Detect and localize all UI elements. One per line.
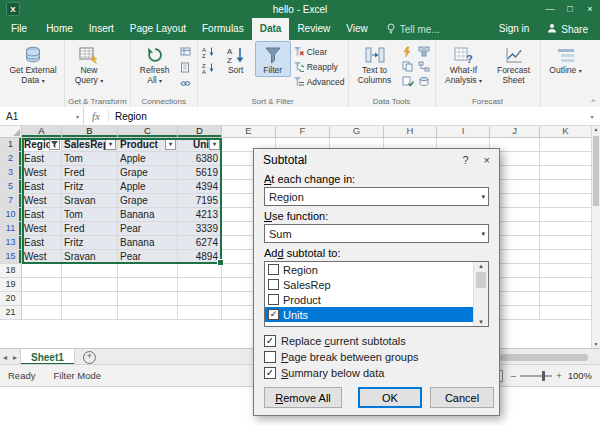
cell-k13[interactable]	[540, 236, 592, 250]
cell-b1[interactable]: SalesRep▾	[62, 138, 118, 152]
tab-insert[interactable]: Insert	[81, 18, 122, 40]
cell-c2[interactable]: Apple	[118, 152, 178, 166]
cell-c15[interactable]: Pear	[118, 250, 178, 264]
row-header-2[interactable]: 2	[0, 152, 22, 166]
checkbox-replace-current-subtotals[interactable]: ✓	[264, 335, 276, 347]
cell-b2[interactable]: Tom	[62, 152, 118, 166]
column-header-h[interactable]: H	[384, 125, 437, 138]
fx-icon[interactable]: fx	[84, 110, 109, 122]
cell-k10[interactable]	[540, 208, 592, 222]
scroll-up-icon[interactable]: ▲	[474, 263, 488, 269]
zoom-slider[interactable]	[520, 375, 552, 377]
new-sheet-button[interactable]: +	[83, 351, 96, 364]
sheet-nav-left-icon[interactable]: ◂	[0, 353, 10, 362]
cell-a19[interactable]	[22, 278, 62, 292]
cell-a13[interactable]: East	[22, 236, 62, 250]
sheet-nav-right-icon[interactable]: ▸	[10, 353, 20, 362]
row-header-10[interactable]: 10	[0, 208, 22, 222]
consolidate-button[interactable]	[416, 44, 432, 59]
zoom-slider-thumb[interactable]	[542, 371, 545, 381]
horizontal-scrollbar[interactable]	[500, 354, 588, 361]
checkbox-units[interactable]: ✓	[268, 309, 279, 320]
relationships-button[interactable]	[416, 59, 432, 74]
remove-all-button[interactable]: Remove All	[264, 387, 342, 408]
listbox-item-region[interactable]: Region	[265, 262, 474, 277]
column-header-b[interactable]: B	[62, 125, 118, 138]
tab-data[interactable]: Data	[252, 18, 290, 40]
cell-b11[interactable]: Fred	[62, 222, 118, 236]
connections-button[interactable]	[178, 44, 194, 59]
row-header-3[interactable]: 3	[0, 166, 22, 180]
cell-a20[interactable]	[22, 292, 62, 306]
option-replace-current-subtotals[interactable]: ✓Replace current subtotals	[264, 335, 489, 347]
cell-d18[interactable]	[178, 264, 222, 278]
cell-k3[interactable]	[540, 166, 592, 180]
cell-c21[interactable]	[118, 306, 178, 320]
row-header-15[interactable]: 15	[0, 250, 22, 264]
sheet-tab-sheet1[interactable]: Sheet1	[20, 349, 75, 365]
cell-d20[interactable]	[178, 292, 222, 306]
filter-dropdown-salesrep[interactable]: ▾	[105, 139, 116, 150]
remove-duplicates-button[interactable]	[400, 59, 416, 74]
cell-d7[interactable]: 7195	[178, 194, 222, 208]
zoom-out-button[interactable]: –	[511, 370, 516, 381]
cell-k7[interactable]	[540, 194, 592, 208]
formula-bar-expand-icon[interactable]: ▾	[584, 113, 600, 120]
cell-b20[interactable]	[62, 292, 118, 306]
zoom-level[interactable]: 100%	[568, 370, 592, 381]
chevron-down-icon[interactable]: ▾	[481, 193, 485, 201]
row-header-18[interactable]: 18	[0, 264, 22, 278]
row-header-1[interactable]: 1	[0, 138, 22, 152]
cell-k20[interactable]	[540, 292, 592, 306]
zoom-in-button[interactable]: +	[556, 370, 562, 381]
outline-button[interactable]: Outline ▾	[544, 41, 588, 77]
cell-a21[interactable]	[22, 306, 62, 320]
help-icon[interactable]: ?	[462, 154, 468, 166]
cell-a10[interactable]: East	[22, 208, 62, 222]
column-header-d[interactable]: D	[178, 125, 222, 138]
tab-file[interactable]: File	[0, 18, 38, 40]
sort-az-button[interactable]: AZ	[201, 44, 217, 59]
dialog-close-icon[interactable]: ×	[484, 154, 490, 166]
cell-b21[interactable]	[62, 306, 118, 320]
row-header-13[interactable]: 13	[0, 236, 22, 250]
row-header-19[interactable]: 19	[0, 278, 22, 292]
option-summary-below-data[interactable]: ✓Summary below data	[264, 367, 489, 379]
column-header-f[interactable]: F	[276, 125, 330, 138]
get-external-data-button[interactable]: Get External Data ▾	[5, 41, 61, 86]
row-header-20[interactable]: 20	[0, 292, 22, 306]
subtotal-listbox[interactable]: RegionSalesRepProduct✓Units ▲ ▼	[264, 261, 489, 327]
cell-k15[interactable]	[540, 250, 592, 264]
cell-b13[interactable]: Fritz	[62, 236, 118, 250]
sign-in-button[interactable]: Sign in	[489, 18, 540, 40]
cell-d11[interactable]: 3339	[178, 222, 222, 236]
cell-a7[interactable]: West	[22, 194, 62, 208]
at-each-change-combobox[interactable]: Region ▾	[264, 187, 489, 206]
cell-b7[interactable]: Sravan	[62, 194, 118, 208]
checkbox-product[interactable]	[268, 294, 279, 305]
close-button[interactable]: ×	[580, 4, 600, 14]
column-header-g[interactable]: G	[330, 125, 384, 138]
cell-k1[interactable]	[540, 138, 592, 152]
filter-dropdown-units[interactable]: ▾	[209, 139, 220, 150]
cell-c3[interactable]: Grape	[118, 166, 178, 180]
listbox-item-product[interactable]: Product	[265, 292, 474, 307]
refresh-all-button[interactable]: Refresh All ▾	[134, 41, 176, 86]
row-header-11[interactable]: 11	[0, 222, 22, 236]
column-header-i[interactable]: I	[437, 125, 490, 138]
what-if-analysis-button[interactable]: ? What-If Analysis ▾	[439, 41, 489, 86]
properties-button[interactable]	[178, 60, 194, 75]
tab-review[interactable]: Review	[289, 18, 338, 40]
cell-c13[interactable]: Banana	[118, 236, 178, 250]
cell-k2[interactable]	[540, 152, 592, 166]
scroll-up-icon[interactable]: ▲	[592, 126, 600, 132]
name-box[interactable]: A1 ▾	[0, 107, 84, 125]
column-header-k[interactable]: K	[540, 125, 592, 138]
cell-a3[interactable]: West	[22, 166, 62, 180]
cell-a2[interactable]: East	[22, 152, 62, 166]
cell-b3[interactable]: Fred	[62, 166, 118, 180]
ok-button[interactable]: OK	[358, 387, 422, 408]
cell-d3[interactable]: 5619	[178, 166, 222, 180]
checkbox-page-break-between-groups[interactable]	[264, 351, 276, 363]
flash-fill-button[interactable]	[400, 44, 416, 59]
